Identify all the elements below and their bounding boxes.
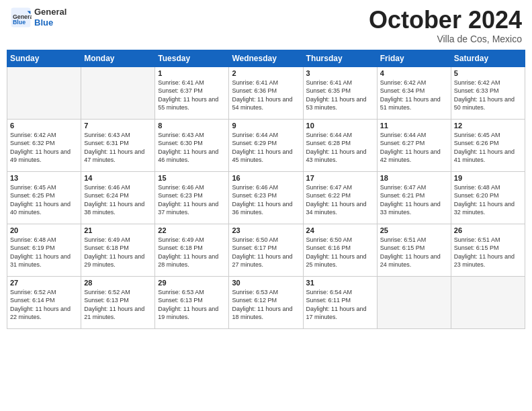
calendar-cell: 10 Sunrise: 6:44 AMSunset: 6:28 PMDaylig…	[303, 119, 377, 171]
calendar-cell: 6 Sunrise: 6:42 AMSunset: 6:32 PMDayligh…	[7, 119, 81, 171]
calendar-cell: 25 Sunrise: 6:51 AMSunset: 6:15 PMDaylig…	[377, 224, 451, 276]
calendar-cell: 19 Sunrise: 6:48 AMSunset: 6:20 PMDaylig…	[451, 171, 525, 224]
svg-text:Blue: Blue	[13, 19, 26, 26]
calendar-cell: 31 Sunrise: 6:54 AMSunset: 6:11 PMDaylig…	[303, 276, 377, 328]
calendar-cell: 29 Sunrise: 6:53 AMSunset: 6:13 PMDaylig…	[155, 276, 229, 328]
calendar-week-1: 1 Sunrise: 6:41 AMSunset: 6:37 PMDayligh…	[7, 66, 525, 119]
day-number: 18	[380, 174, 448, 182]
calendar-cell: 3 Sunrise: 6:41 AMSunset: 6:35 PMDayligh…	[303, 66, 377, 119]
weekday-friday: Friday	[377, 50, 451, 66]
calendar-week-4: 20 Sunrise: 6:48 AMSunset: 6:19 PMDaylig…	[7, 224, 525, 276]
day-info: Sunrise: 6:41 AMSunset: 6:36 PMDaylight:…	[232, 79, 300, 112]
day-number: 29	[158, 279, 226, 287]
day-number: 31	[306, 279, 374, 287]
day-number: 21	[84, 226, 152, 234]
day-info: Sunrise: 6:51 AMSunset: 6:15 PMDaylight:…	[380, 236, 448, 269]
day-info: Sunrise: 6:41 AMSunset: 6:37 PMDaylight:…	[158, 79, 226, 112]
calendar-cell: 27 Sunrise: 6:52 AMSunset: 6:14 PMDaylig…	[7, 276, 81, 328]
calendar-cell	[7, 66, 81, 119]
day-number: 14	[84, 174, 152, 182]
title-block: October 2024 Villa de Cos, Mexico	[369, 7, 522, 44]
day-number: 28	[84, 279, 152, 287]
day-number: 23	[232, 226, 300, 234]
calendar-cell	[377, 276, 451, 328]
calendar-cell	[451, 276, 525, 328]
day-number: 4	[380, 69, 448, 77]
day-info: Sunrise: 6:41 AMSunset: 6:35 PMDaylight:…	[306, 79, 374, 112]
day-number: 10	[306, 122, 374, 130]
day-info: Sunrise: 6:44 AMSunset: 6:28 PMDaylight:…	[306, 131, 374, 165]
calendar-cell: 1 Sunrise: 6:41 AMSunset: 6:37 PMDayligh…	[155, 66, 229, 119]
calendar-week-3: 13 Sunrise: 6:45 AMSunset: 6:25 PMDaylig…	[7, 171, 525, 224]
day-number: 8	[158, 122, 226, 130]
logo-text-blue: Blue	[34, 17, 66, 28]
weekday-thursday: Thursday	[303, 50, 377, 66]
day-info: Sunrise: 6:53 AMSunset: 6:13 PMDaylight:…	[158, 288, 226, 322]
weekday-tuesday: Tuesday	[155, 50, 229, 66]
calendar-cell: 28 Sunrise: 6:52 AMSunset: 6:13 PMDaylig…	[81, 276, 155, 328]
calendar-table: SundayMondayTuesdayWednesdayThursdayFrid…	[7, 50, 525, 329]
day-number: 3	[306, 69, 374, 77]
calendar-week-2: 6 Sunrise: 6:42 AMSunset: 6:32 PMDayligh…	[7, 119, 525, 171]
page-header: General Blue General Blue October 2024 V…	[7, 7, 525, 44]
calendar-cell: 4 Sunrise: 6:42 AMSunset: 6:34 PMDayligh…	[377, 66, 451, 119]
weekday-wednesday: Wednesday	[229, 50, 303, 66]
day-info: Sunrise: 6:46 AMSunset: 6:23 PMDaylight:…	[158, 183, 226, 217]
day-info: Sunrise: 6:49 AMSunset: 6:18 PMDaylight:…	[84, 236, 152, 269]
day-number: 30	[232, 279, 300, 287]
calendar-cell: 21 Sunrise: 6:49 AMSunset: 6:18 PMDaylig…	[81, 224, 155, 276]
day-info: Sunrise: 6:44 AMSunset: 6:29 PMDaylight:…	[232, 131, 300, 165]
weekday-sunday: Sunday	[7, 50, 81, 66]
day-number: 11	[380, 122, 448, 130]
month-title: October 2024	[369, 7, 522, 34]
calendar-cell: 11 Sunrise: 6:44 AMSunset: 6:27 PMDaylig…	[377, 119, 451, 171]
day-info: Sunrise: 6:46 AMSunset: 6:24 PMDaylight:…	[84, 183, 152, 217]
calendar-cell: 9 Sunrise: 6:44 AMSunset: 6:29 PMDayligh…	[229, 119, 303, 171]
day-number: 1	[158, 69, 226, 77]
day-info: Sunrise: 6:52 AMSunset: 6:14 PMDaylight:…	[10, 288, 78, 322]
day-info: Sunrise: 6:46 AMSunset: 6:23 PMDaylight:…	[232, 183, 300, 217]
day-info: Sunrise: 6:47 AMSunset: 6:21 PMDaylight:…	[380, 183, 448, 217]
day-info: Sunrise: 6:54 AMSunset: 6:11 PMDaylight:…	[306, 288, 374, 322]
calendar-cell: 16 Sunrise: 6:46 AMSunset: 6:23 PMDaylig…	[229, 171, 303, 224]
day-number: 2	[232, 69, 300, 77]
calendar-cell: 22 Sunrise: 6:49 AMSunset: 6:18 PMDaylig…	[155, 224, 229, 276]
calendar-cell: 8 Sunrise: 6:43 AMSunset: 6:30 PMDayligh…	[155, 119, 229, 171]
day-number: 13	[10, 174, 78, 182]
calendar-cell: 18 Sunrise: 6:47 AMSunset: 6:21 PMDaylig…	[377, 171, 451, 224]
day-info: Sunrise: 6:51 AMSunset: 6:15 PMDaylight:…	[454, 236, 522, 269]
calendar-cell: 14 Sunrise: 6:46 AMSunset: 6:24 PMDaylig…	[81, 171, 155, 224]
calendar-cell: 20 Sunrise: 6:48 AMSunset: 6:19 PMDaylig…	[7, 224, 81, 276]
location-subtitle: Villa de Cos, Mexico	[369, 34, 522, 44]
day-number: 20	[10, 226, 78, 234]
calendar-cell: 2 Sunrise: 6:41 AMSunset: 6:36 PMDayligh…	[229, 66, 303, 119]
day-number: 6	[10, 122, 78, 130]
logo-text-general: General	[34, 7, 66, 17]
calendar-cell: 12 Sunrise: 6:45 AMSunset: 6:26 PMDaylig…	[451, 119, 525, 171]
logo-icon: General Blue	[10, 7, 32, 28]
day-info: Sunrise: 6:42 AMSunset: 6:32 PMDaylight:…	[10, 131, 78, 165]
weekday-monday: Monday	[81, 50, 155, 66]
day-number: 26	[454, 226, 522, 234]
day-number: 16	[232, 174, 300, 182]
day-info: Sunrise: 6:44 AMSunset: 6:27 PMDaylight:…	[380, 131, 448, 165]
weekday-header-row: SundayMondayTuesdayWednesdayThursdayFrid…	[7, 50, 525, 66]
day-number: 19	[454, 174, 522, 182]
day-number: 12	[454, 122, 522, 130]
day-info: Sunrise: 6:42 AMSunset: 6:33 PMDaylight:…	[454, 79, 522, 112]
day-info: Sunrise: 6:47 AMSunset: 6:22 PMDaylight:…	[306, 183, 374, 217]
logo: General Blue General Blue	[10, 7, 66, 28]
calendar-cell: 15 Sunrise: 6:46 AMSunset: 6:23 PMDaylig…	[155, 171, 229, 224]
day-number: 17	[306, 174, 374, 182]
calendar-cell: 24 Sunrise: 6:50 AMSunset: 6:16 PMDaylig…	[303, 224, 377, 276]
calendar-cell: 26 Sunrise: 6:51 AMSunset: 6:15 PMDaylig…	[451, 224, 525, 276]
day-number: 27	[10, 279, 78, 287]
day-info: Sunrise: 6:43 AMSunset: 6:30 PMDaylight:…	[158, 131, 226, 165]
calendar-cell: 7 Sunrise: 6:43 AMSunset: 6:31 PMDayligh…	[81, 119, 155, 171]
day-info: Sunrise: 6:53 AMSunset: 6:12 PMDaylight:…	[232, 288, 300, 322]
calendar-cell: 30 Sunrise: 6:53 AMSunset: 6:12 PMDaylig…	[229, 276, 303, 328]
day-info: Sunrise: 6:43 AMSunset: 6:31 PMDaylight:…	[84, 131, 152, 165]
day-number: 22	[158, 226, 226, 234]
calendar-cell: 17 Sunrise: 6:47 AMSunset: 6:22 PMDaylig…	[303, 171, 377, 224]
calendar-cell: 23 Sunrise: 6:50 AMSunset: 6:17 PMDaylig…	[229, 224, 303, 276]
